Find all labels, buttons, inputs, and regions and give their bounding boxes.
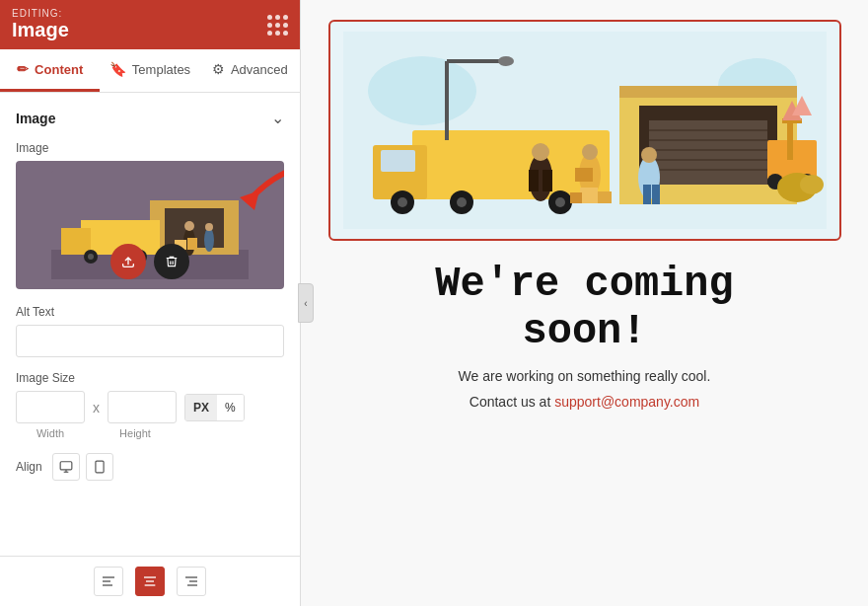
svg-point-13	[205, 223, 213, 231]
delete-image-button[interactable]	[154, 244, 189, 279]
svg-rect-63	[542, 170, 552, 191]
image-size-row: x PX %	[16, 391, 284, 423]
svg-point-12	[204, 228, 214, 252]
tab-content[interactable]: ✏ Content	[0, 49, 100, 92]
panel-title: Image	[12, 19, 69, 41]
bottom-align-bar	[0, 556, 300, 606]
contact-line: Contact us at support@company.com	[328, 394, 841, 410]
trash-icon	[165, 255, 179, 268]
image-actions	[110, 244, 189, 279]
svg-rect-69	[643, 185, 651, 204]
tab-advanced-label: Advanced	[231, 62, 288, 77]
svg-rect-72	[598, 191, 612, 203]
tabs-bar: ✏ Content 🔖 Templates ⚙ Advanced	[0, 49, 300, 93]
page-text-section: We're coming soon! We are working on som…	[328, 261, 841, 410]
coming-soon-line1: We're coming	[435, 261, 733, 308]
coming-soon-line2: soon!	[522, 308, 646, 355]
tab-advanced[interactable]: ⚙ Advanced	[200, 49, 300, 92]
image-preview	[16, 161, 284, 289]
unit-select: PX %	[184, 394, 245, 421]
page-illustration	[343, 32, 827, 229]
tab-content-label: Content	[35, 62, 83, 77]
tab-templates[interactable]: 🔖 Templates	[100, 49, 199, 92]
svg-rect-66	[575, 168, 593, 182]
svg-rect-20	[96, 461, 104, 473]
editing-label: EDITING:	[12, 8, 69, 19]
alt-text-label: Alt Text	[16, 305, 284, 319]
height-sublabel: Height	[101, 427, 170, 439]
svg-point-56	[555, 197, 565, 207]
panel-content: Image ⌄ Image	[0, 93, 300, 606]
height-input[interactable]	[108, 391, 177, 423]
desktop-icon	[59, 460, 73, 474]
svg-rect-62	[529, 170, 539, 191]
contact-label: Contact us at	[470, 394, 551, 410]
section-chevron-icon[interactable]: ⌄	[271, 109, 284, 127]
collapse-panel-button[interactable]: ‹	[298, 283, 314, 323]
right-panel: We're coming soon! We are working on som…	[301, 0, 868, 606]
align-mobile-button[interactable]	[86, 453, 113, 481]
alt-text-input[interactable]	[16, 325, 284, 357]
tab-templates-label: Templates	[132, 62, 190, 77]
svg-point-32	[368, 56, 476, 125]
image-size-label: Image Size	[16, 371, 284, 385]
svg-rect-73	[570, 192, 582, 203]
content-tab-icon: ✏	[17, 61, 29, 77]
align-center-icon	[142, 573, 158, 589]
width-input[interactable]	[16, 391, 85, 423]
sub-text: We are working on something really cool.	[328, 368, 841, 384]
svg-rect-42	[619, 86, 797, 98]
align-label: Align	[16, 460, 42, 474]
svg-point-61	[532, 143, 549, 161]
size-sublabels: Width Height	[16, 427, 284, 439]
svg-point-59	[498, 56, 514, 66]
svg-rect-17	[60, 462, 72, 470]
panel-header: EDITING: Image	[0, 0, 300, 49]
align-left-icon	[101, 573, 116, 589]
upload-image-button[interactable]	[110, 244, 146, 279]
canvas-area: We're coming soon! We are working on som…	[301, 0, 868, 606]
svg-point-11	[184, 221, 194, 231]
align-desktop-button[interactable]	[52, 453, 80, 481]
svg-point-54	[457, 197, 467, 207]
align-center-button[interactable]	[135, 567, 165, 596]
align-right-icon	[183, 573, 199, 589]
section-image-header: Image ⌄	[16, 109, 284, 127]
mobile-icon	[93, 460, 107, 474]
page-image-block[interactable]	[328, 20, 841, 241]
svg-rect-5	[61, 228, 91, 255]
unit-px-button[interactable]: PX	[185, 395, 217, 420]
svg-point-68	[641, 147, 657, 163]
more-options-icon[interactable]	[267, 15, 288, 36]
contact-email-link[interactable]: support@company.com	[554, 394, 699, 410]
upload-icon	[120, 254, 136, 269]
svg-point-52	[398, 197, 407, 207]
align-row: Align	[16, 453, 284, 481]
templates-tab-icon: 🔖	[109, 61, 126, 77]
align-right-button[interactable]	[177, 567, 206, 596]
svg-rect-50	[381, 150, 415, 172]
width-sublabel: Width	[16, 427, 85, 439]
unit-percent-button[interactable]: %	[217, 395, 244, 420]
left-panel: EDITING: Image ✏ Content 🔖 Templates ⚙ A…	[0, 0, 301, 606]
size-separator: x	[93, 400, 100, 416]
advanced-tab-icon: ⚙	[212, 61, 225, 77]
coming-soon-heading: We're coming soon!	[328, 261, 841, 356]
svg-point-75	[800, 175, 824, 194]
align-left-button[interactable]	[94, 567, 123, 596]
section-image-title: Image	[16, 111, 55, 126]
svg-point-65	[582, 144, 598, 160]
svg-rect-71	[580, 188, 598, 203]
svg-point-7	[88, 254, 94, 260]
field-image-label: Image	[16, 141, 284, 155]
svg-rect-44	[787, 120, 793, 160]
svg-rect-70	[652, 185, 660, 204]
